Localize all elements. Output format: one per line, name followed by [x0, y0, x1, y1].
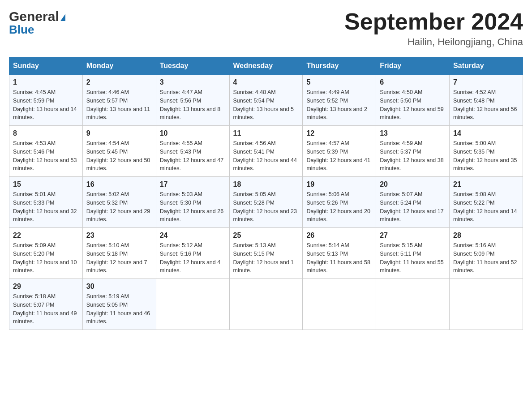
calendar-cell: 13Sunrise: 4:59 AMSunset: 5:37 PMDayligh…: [376, 126, 450, 177]
day-info: Sunrise: 5:14 AMSunset: 5:13 PMDaylight:…: [306, 241, 372, 275]
day-info: Sunrise: 4:49 AMSunset: 5:52 PMDaylight:…: [306, 88, 372, 122]
day-number: 1: [13, 78, 79, 86]
header-row: Sunday Monday Tuesday Wednesday Thursday…: [9, 57, 523, 75]
logo: General Blue: [9, 9, 65, 37]
calendar-cell: 21Sunrise: 5:08 AMSunset: 5:22 PMDayligh…: [450, 177, 523, 228]
day-info: Sunrise: 5:00 AMSunset: 5:35 PMDaylight:…: [453, 139, 519, 173]
calendar-header: Sunday Monday Tuesday Wednesday Thursday…: [9, 57, 523, 75]
day-number: 22: [13, 231, 79, 240]
calendar-cell: 24Sunrise: 5:12 AMSunset: 5:16 PMDayligh…: [156, 228, 229, 279]
calendar-cell: [229, 279, 303, 330]
day-number: 10: [160, 129, 226, 137]
calendar-cell: 15Sunrise: 5:01 AMSunset: 5:33 PMDayligh…: [9, 177, 83, 228]
day-info: Sunrise: 4:48 AMSunset: 5:54 PMDaylight:…: [233, 88, 299, 122]
calendar-cell: 1Sunrise: 4:45 AMSunset: 5:59 PMDaylight…: [9, 75, 83, 126]
logo-blue-text: Blue: [9, 23, 34, 37]
day-number: 23: [86, 231, 152, 240]
day-number: 3: [160, 78, 226, 86]
calendar-cell: 9Sunrise: 4:54 AMSunset: 5:45 PMDaylight…: [82, 126, 156, 177]
day-info: Sunrise: 5:01 AMSunset: 5:33 PMDaylight:…: [13, 190, 79, 224]
day-info: Sunrise: 5:13 AMSunset: 5:15 PMDaylight:…: [233, 241, 299, 275]
calendar-cell: 5Sunrise: 4:49 AMSunset: 5:52 PMDaylight…: [303, 75, 376, 126]
day-info: Sunrise: 5:12 AMSunset: 5:16 PMDaylight:…: [160, 241, 226, 275]
day-info: Sunrise: 5:02 AMSunset: 5:32 PMDaylight:…: [86, 190, 152, 224]
calendar-week-row: 22Sunrise: 5:09 AMSunset: 5:20 PMDayligh…: [9, 228, 523, 279]
day-info: Sunrise: 4:53 AMSunset: 5:46 PMDaylight:…: [13, 139, 79, 173]
calendar-cell: 6Sunrise: 4:50 AMSunset: 5:50 PMDaylight…: [376, 75, 450, 126]
day-number: 7: [453, 78, 519, 86]
calendar-cell: 14Sunrise: 5:00 AMSunset: 5:35 PMDayligh…: [450, 126, 523, 177]
calendar-cell: 3Sunrise: 4:47 AMSunset: 5:56 PMDaylight…: [156, 75, 229, 126]
day-number: 2: [86, 78, 152, 86]
calendar-cell: 10Sunrise: 4:55 AMSunset: 5:43 PMDayligh…: [156, 126, 229, 177]
calendar-cell: 20Sunrise: 5:07 AMSunset: 5:24 PMDayligh…: [376, 177, 450, 228]
day-number: 27: [380, 231, 446, 240]
day-number: 9: [86, 129, 152, 137]
calendar-cell: 18Sunrise: 5:05 AMSunset: 5:28 PMDayligh…: [229, 177, 303, 228]
day-number: 29: [13, 283, 79, 291]
calendar-cell: 7Sunrise: 4:52 AMSunset: 5:48 PMDaylight…: [450, 75, 523, 126]
col-monday: Monday: [82, 57, 156, 75]
day-info: Sunrise: 5:06 AMSunset: 5:26 PMDaylight:…: [306, 190, 372, 224]
day-info: Sunrise: 4:45 AMSunset: 5:59 PMDaylight:…: [13, 88, 79, 122]
day-number: 18: [233, 180, 299, 188]
day-info: Sunrise: 4:50 AMSunset: 5:50 PMDaylight:…: [380, 88, 446, 122]
logo-general-text: General: [9, 9, 65, 24]
col-saturday: Saturday: [450, 57, 523, 75]
calendar-subtitle: Hailin, Heilongjiang, China: [344, 36, 523, 48]
title-block: September 2024 Hailin, Heilongjiang, Chi…: [344, 9, 523, 48]
day-info: Sunrise: 5:19 AMSunset: 5:05 PMDaylight:…: [86, 292, 152, 326]
col-friday: Friday: [376, 57, 450, 75]
calendar-cell: 11Sunrise: 4:56 AMSunset: 5:41 PMDayligh…: [229, 126, 303, 177]
day-number: 8: [13, 129, 79, 137]
day-number: 20: [380, 180, 446, 188]
calendar-cell: 16Sunrise: 5:02 AMSunset: 5:32 PMDayligh…: [82, 177, 156, 228]
day-info: Sunrise: 4:46 AMSunset: 5:57 PMDaylight:…: [86, 88, 152, 122]
calendar-body: 1Sunrise: 4:45 AMSunset: 5:59 PMDaylight…: [9, 75, 523, 330]
calendar-cell: 12Sunrise: 4:57 AMSunset: 5:39 PMDayligh…: [303, 126, 376, 177]
calendar-cell: [156, 279, 229, 330]
day-info: Sunrise: 4:56 AMSunset: 5:41 PMDaylight:…: [233, 139, 299, 173]
day-info: Sunrise: 5:09 AMSunset: 5:20 PMDaylight:…: [13, 241, 79, 275]
day-info: Sunrise: 5:03 AMSunset: 5:30 PMDaylight:…: [160, 190, 226, 224]
calendar-cell: [450, 279, 523, 330]
day-number: 24: [160, 231, 226, 240]
calendar-cell: 8Sunrise: 4:53 AMSunset: 5:46 PMDaylight…: [9, 126, 83, 177]
day-number: 12: [306, 129, 372, 137]
day-number: 5: [306, 78, 372, 86]
calendar-cell: 2Sunrise: 4:46 AMSunset: 5:57 PMDaylight…: [82, 75, 156, 126]
calendar-week-row: 29Sunrise: 5:18 AMSunset: 5:07 PMDayligh…: [9, 279, 523, 330]
day-number: 25: [233, 231, 299, 240]
day-info: Sunrise: 5:07 AMSunset: 5:24 PMDaylight:…: [380, 190, 446, 224]
calendar-cell: 22Sunrise: 5:09 AMSunset: 5:20 PMDayligh…: [9, 228, 83, 279]
calendar-cell: 30Sunrise: 5:19 AMSunset: 5:05 PMDayligh…: [82, 279, 156, 330]
day-info: Sunrise: 5:16 AMSunset: 5:09 PMDaylight:…: [453, 241, 519, 275]
day-number: 15: [13, 180, 79, 188]
calendar-week-row: 8Sunrise: 4:53 AMSunset: 5:46 PMDaylight…: [9, 126, 523, 177]
calendar-cell: 26Sunrise: 5:14 AMSunset: 5:13 PMDayligh…: [303, 228, 376, 279]
day-number: 19: [306, 180, 372, 188]
calendar-week-row: 15Sunrise: 5:01 AMSunset: 5:33 PMDayligh…: [9, 177, 523, 228]
day-number: 14: [453, 129, 519, 137]
day-number: 30: [86, 283, 152, 291]
col-sunday: Sunday: [9, 57, 83, 75]
day-info: Sunrise: 5:10 AMSunset: 5:18 PMDaylight:…: [86, 241, 152, 275]
calendar-cell: [376, 279, 450, 330]
calendar-cell: 19Sunrise: 5:06 AMSunset: 5:26 PMDayligh…: [303, 177, 376, 228]
day-number: 11: [233, 129, 299, 137]
day-info: Sunrise: 5:18 AMSunset: 5:07 PMDaylight:…: [13, 292, 79, 326]
calendar-cell: 17Sunrise: 5:03 AMSunset: 5:30 PMDayligh…: [156, 177, 229, 228]
day-info: Sunrise: 4:59 AMSunset: 5:37 PMDaylight:…: [380, 139, 446, 173]
day-number: 26: [306, 231, 372, 240]
day-number: 28: [453, 231, 519, 240]
calendar-cell: 29Sunrise: 5:18 AMSunset: 5:07 PMDayligh…: [9, 279, 83, 330]
day-number: 13: [380, 129, 446, 137]
calendar-table: Sunday Monday Tuesday Wednesday Thursday…: [9, 57, 523, 330]
col-thursday: Thursday: [303, 57, 376, 75]
day-number: 21: [453, 180, 519, 188]
day-number: 4: [233, 78, 299, 86]
day-number: 16: [86, 180, 152, 188]
calendar-cell: 28Sunrise: 5:16 AMSunset: 5:09 PMDayligh…: [450, 228, 523, 279]
calendar-week-row: 1Sunrise: 4:45 AMSunset: 5:59 PMDaylight…: [9, 75, 523, 126]
calendar-cell: [303, 279, 376, 330]
